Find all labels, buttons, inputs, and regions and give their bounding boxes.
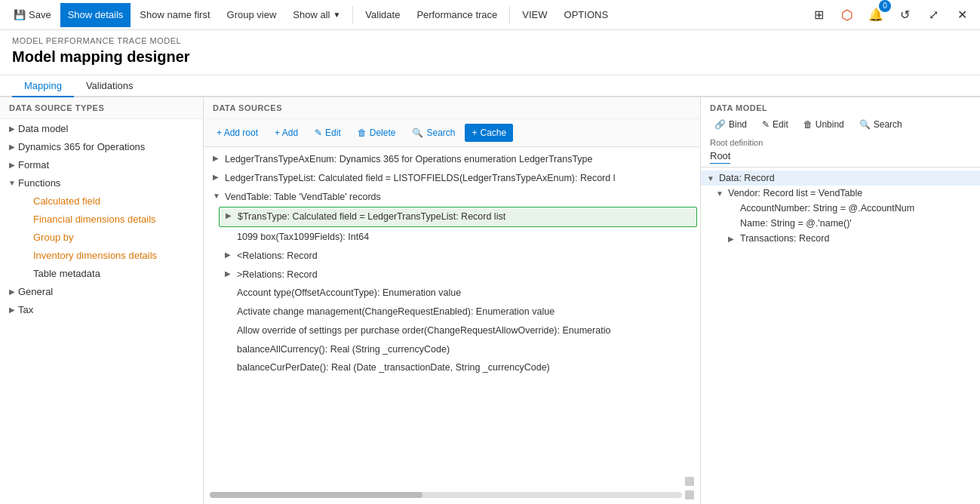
tree-toggle-icon: ▶ [6, 303, 18, 315]
tree-toggle-icon [21, 195, 33, 207]
unbind-button[interactable]: 🗑 Unbind [799, 117, 849, 132]
tree-item-tax[interactable]: ▶ Tax [0, 300, 203, 318]
dm-item-data-record[interactable]: ▼ Data: Record [701, 171, 980, 186]
tree-item-calculated-field[interactable]: Calculated field [15, 192, 203, 210]
ds-item-text: balanceAllCurrency(): Real (String _curr… [237, 343, 450, 357]
search-button[interactable]: 🔍 Search [405, 124, 462, 142]
dm-item-transactions[interactable]: ▶ Transactions: Record [701, 231, 980, 246]
dm-item-name[interactable]: Name: String = @.'name()' [701, 216, 980, 231]
page-title: Model mapping designer [12, 48, 968, 66]
grid-icon-button[interactable]: ⊞ [806, 3, 831, 27]
tree-item-label: General [18, 286, 53, 297]
tree-item-functions[interactable]: ▼ Functions [0, 174, 203, 192]
mid-panel-toolbar: + Add root + Add ✎ Edit 🗑 Delete 🔍 Searc… [204, 119, 700, 147]
bind-button[interactable]: 🔗 Bind [710, 117, 751, 132]
tree-toggle-icon: ▶ [6, 285, 18, 297]
ds-item-balance-cur[interactable]: balanceCurPerDate(): Real (Date _transac… [204, 358, 700, 377]
breadcrumb: MODEL PERFORMANCE TRACE MODEL [12, 36, 968, 45]
dm-item-text: Vendor: Record list = VendTable [728, 188, 862, 198]
office-icon-button[interactable]: ⬡ [835, 3, 859, 27]
dm-item-text: AccountNumber: String = @.AccountNum [740, 203, 914, 214]
left-panel-header: DATA SOURCE TYPES [0, 97, 203, 119]
edit-button[interactable]: ✎ Edit [308, 124, 348, 142]
mid-panel-header: DATA SOURCES [204, 97, 700, 119]
mid-panel-content: ▶ LedgerTransTypeAxEnum: Dynamics 365 fo… [204, 147, 700, 474]
edit-icon: ✎ [315, 128, 322, 138]
show-all-button[interactable]: Show all ▼ [285, 3, 348, 27]
add-button[interactable]: + Add [268, 124, 305, 142]
ds-item-vendtable[interactable]: ▼ VendTable: Table 'VendTable' records [204, 188, 700, 207]
show-details-label: Show details [68, 9, 124, 20]
add-root-button[interactable]: + Add root [210, 124, 265, 142]
right-panel-content: ▼ Data: Record ▼ Vendor: Record list = V… [701, 167, 980, 504]
options-button[interactable]: OPTIONS [557, 3, 616, 27]
ds-item-text: Allow override of settings per purchase … [237, 324, 610, 338]
ds-item-ledger-typelist[interactable]: ▶ LedgerTransTypeList: Calculated field … [204, 169, 700, 188]
search-icon: 🔍 [412, 128, 423, 138]
tree-item-data-model[interactable]: ▶ Data model [0, 119, 203, 137]
trash-icon: 🗑 [803, 119, 813, 130]
tree-toggle-icon [225, 230, 237, 232]
tree-toggle-icon: ▶ [213, 171, 225, 181]
show-details-button[interactable]: Show details [60, 3, 131, 27]
tree-item-label: Group by [33, 232, 73, 243]
ds-item-activate-change[interactable]: Activate change management(ChangeRequest… [204, 303, 700, 321]
search-icon: 🔍 [859, 119, 871, 130]
group-view-button[interactable]: Group view [220, 3, 284, 27]
main-toolbar: 💾 Save Show details Show name first Grou… [0, 0, 980, 30]
tree-toggle-icon [21, 213, 33, 225]
tree-item-inventory-dimensions[interactable]: Inventory dimensions details [15, 246, 203, 264]
ds-item-account-type[interactable]: Account type(OffsetAccountType): Enumera… [204, 284, 700, 303]
ds-item-1099box[interactable]: 1099 box(Tax1099Fields): Int64 [204, 228, 700, 247]
edit-icon: ✎ [762, 119, 770, 130]
delete-button[interactable]: 🗑 Delete [351, 124, 403, 142]
horizontal-scrollbar-thumb[interactable] [210, 492, 422, 498]
tab-validations[interactable]: Validations [74, 75, 146, 97]
tree-toggle-icon [225, 324, 237, 325]
page-header: MODEL PERFORMANCE TRACE MODEL Model mapp… [0, 30, 980, 75]
scroll-thumb[interactable] [685, 477, 694, 486]
divider2 [509, 6, 510, 24]
tree-item-table-metadata[interactable]: Table metadata [15, 264, 203, 282]
close-button[interactable]: ✕ [950, 3, 974, 27]
tab-mapping[interactable]: Mapping [12, 75, 74, 97]
view-button[interactable]: VIEW [515, 3, 555, 27]
ds-item-relations-greater[interactable]: ▶ >Relations: Record [204, 266, 700, 284]
tree-item-label: Format [18, 159, 49, 171]
ds-item-transtype[interactable]: ▶ $TransType: Calculated field = LedgerT… [219, 207, 697, 227]
edit-label: Edit [773, 119, 788, 130]
ds-item-ledger-axenum[interactable]: ▶ LedgerTransTypeAxEnum: Dynamics 365 fo… [204, 150, 700, 169]
tree-item-financial-dimensions[interactable]: Financial dimensions details [15, 210, 203, 228]
dm-item-account-number[interactable]: AccountNumber: String = @.AccountNum [701, 201, 980, 216]
dm-item-vendor[interactable]: ▼ Vendor: Record list = VendTable [701, 186, 980, 201]
edit-label: Edit [325, 128, 341, 138]
ds-item-text: 1099 box(Tax1099Fields): Int64 [237, 230, 369, 244]
save-button[interactable]: 💾 Save [6, 3, 59, 27]
validate-button[interactable]: Validate [358, 3, 407, 27]
notification-badge: 0 [879, 0, 891, 12]
save-icon: 💾 [14, 9, 26, 20]
tree-item-format[interactable]: ▶ Format [0, 155, 203, 174]
data-model-edit-button[interactable]: ✎ Edit [757, 117, 793, 132]
cache-button[interactable]: + Cache [465, 124, 513, 142]
tree-item-label: Tax [18, 304, 33, 315]
tree-item-general[interactable]: ▶ General [0, 282, 203, 300]
tree-item-group-by[interactable]: Group by [15, 228, 203, 246]
data-model-search-button[interactable]: 🔍 Search [855, 117, 907, 132]
ds-item-relations-less[interactable]: ▶ <Relations: Record [204, 247, 700, 266]
show-name-first-button[interactable]: Show name first [132, 3, 217, 27]
functions-children: Calculated field Financial dimensions de… [0, 192, 203, 282]
refresh-button[interactable]: ↺ [892, 3, 917, 27]
link-icon: 🔗 [714, 119, 726, 130]
unbind-label: Unbind [816, 119, 844, 130]
maximize-button[interactable]: ⤢ [921, 3, 945, 27]
right-panel-header: DATA MODEL 🔗 Bind ✎ Edit 🗑 Unbind [701, 97, 980, 167]
root-definition-label: Root definition [710, 138, 971, 147]
ds-item-text: VendTable: Table 'VendTable' records [225, 190, 381, 204]
tree-toggle-icon: ▶ [6, 122, 18, 134]
ds-item-allow-override[interactable]: Allow override of settings per purchase … [204, 321, 700, 340]
performance-trace-button[interactable]: Performance trace [409, 3, 505, 27]
tree-item-dynamics365[interactable]: ▶ Dynamics 365 for Operations [0, 137, 203, 155]
ds-item-balance-all[interactable]: balanceAllCurrency(): Real (String _curr… [204, 340, 700, 359]
tree-toggle-icon: ▶ [6, 140, 18, 152]
